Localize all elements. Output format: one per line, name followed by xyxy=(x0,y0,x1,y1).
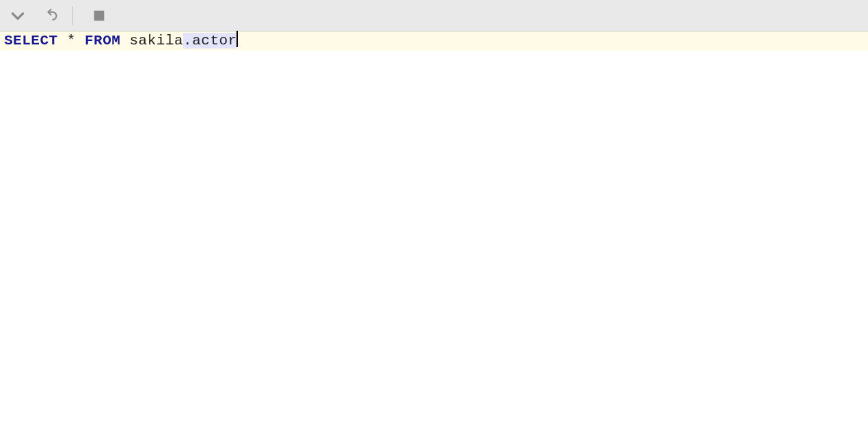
sql-space xyxy=(120,33,129,49)
text-cursor xyxy=(236,31,238,47)
stop-icon xyxy=(92,8,107,23)
sql-keyword-select: SELECT xyxy=(4,33,58,49)
toolbar-divider xyxy=(72,6,73,25)
stop-button[interactable] xyxy=(88,5,110,27)
editor-toolbar xyxy=(0,0,868,31)
dropdown-button[interactable] xyxy=(7,5,29,27)
sql-star: * xyxy=(58,33,85,49)
undo-button[interactable] xyxy=(41,5,63,27)
chevron-down-icon xyxy=(9,7,27,25)
editor-active-line[interactable]: SELECT * FROM sakila.actor xyxy=(0,31,868,51)
sql-keyword-from: FROM xyxy=(85,33,120,49)
sql-editor[interactable]: SELECT * FROM sakila.actor xyxy=(0,31,868,432)
sql-dot: . xyxy=(183,33,192,49)
sql-schema: sakila xyxy=(129,33,183,49)
sql-table: actor xyxy=(192,33,237,49)
svg-rect-0 xyxy=(94,10,105,21)
undo-icon xyxy=(43,7,61,25)
